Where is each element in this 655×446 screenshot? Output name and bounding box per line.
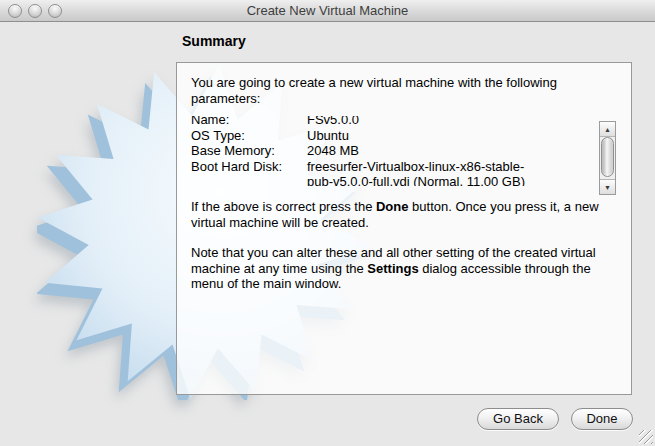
scroll-track[interactable] — [600, 137, 615, 179]
window-title: Create New Virtual Machine — [0, 3, 655, 18]
param-value: freesurfer-Virtualbox-linux-x86-stable-p… — [307, 159, 537, 187]
param-value: 2048 MB — [307, 143, 537, 159]
param-label: Name: — [191, 116, 307, 128]
scroll-thumb[interactable] — [601, 137, 614, 177]
confirm-text-pre: If the above is correct press the — [191, 199, 376, 214]
param-value: FSv5.0.0 — [307, 116, 537, 128]
titlebar[interactable]: Create New Virtual Machine — [0, 0, 655, 22]
param-row-boot-hard-disk: Boot Hard Disk:freesurfer-Virtualbox-lin… — [191, 159, 606, 187]
param-row-os-type: OS Type:Ubuntu — [191, 128, 606, 144]
create-vm-dialog: Create New Virtual Machine Summary You a… — [0, 0, 655, 446]
param-row-name: Name:FSv5.0.0 — [191, 116, 606, 128]
note-text-bold: Settings — [367, 261, 418, 276]
intro-text: You are going to create a new virtual ma… — [191, 75, 621, 106]
note-text: Note that you can alter these and all ot… — [191, 245, 621, 292]
page-title: Summary — [182, 33, 246, 49]
confirm-text: If the above is correct press the Done b… — [191, 199, 621, 230]
parameters-list: Name:FSv5.0.0 OS Type:Ubuntu Base Memory… — [191, 116, 606, 186]
scrollbar[interactable]: ▲ ▼ — [599, 121, 616, 195]
confirm-text-bold: Done — [376, 199, 409, 214]
param-label: OS Type: — [191, 128, 307, 144]
parameters-scroll-area[interactable]: Name:FSv5.0.0 OS Type:Ubuntu Base Memory… — [191, 116, 606, 186]
param-label: Base Memory: — [191, 143, 307, 159]
scroll-up-icon[interactable]: ▲ — [600, 122, 615, 137]
scroll-down-icon[interactable]: ▼ — [600, 179, 615, 194]
go-back-button[interactable]: Go Back — [477, 408, 559, 430]
param-value: Ubuntu — [307, 128, 537, 144]
resize-grip-icon[interactable] — [639, 430, 653, 444]
summary-box: You are going to create a new virtual ma… — [176, 62, 632, 395]
param-label: Boot Hard Disk: — [191, 159, 307, 187]
param-row-base-memory: Base Memory:2048 MB — [191, 143, 606, 159]
done-button[interactable]: Done — [571, 408, 633, 430]
